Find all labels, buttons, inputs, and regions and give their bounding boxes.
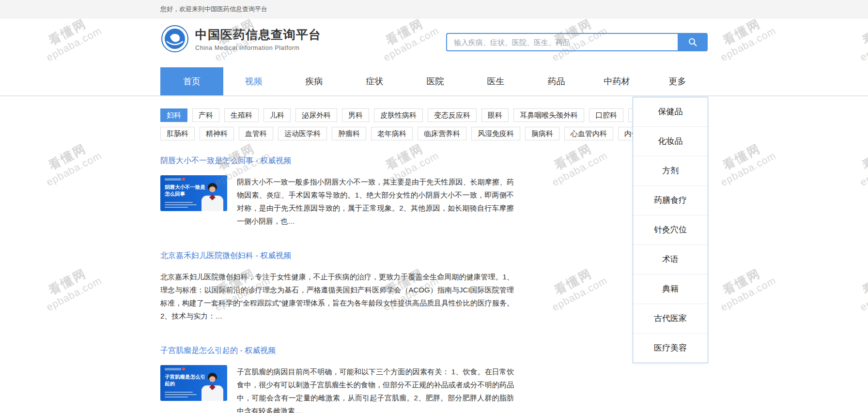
brand-text: 中国医药信息查询平台 China Medical Information Pla… — [195, 27, 321, 51]
dropdown-item[interactable]: 保健品 — [633, 97, 708, 126]
more-dropdown-menu: 保健品化妆品方剂药膳食疗针灸穴位术语典籍古代医家医疗美容 — [633, 97, 708, 363]
dropdown-item[interactable]: 化妆品 — [633, 126, 708, 156]
category-tag[interactable]: 肛肠科 — [160, 127, 195, 140]
category-tag[interactable]: 肿瘤科 — [332, 127, 366, 140]
search-bar — [446, 33, 708, 51]
category-tag[interactable]: 儿科 — [264, 108, 291, 122]
nav-item-symptom[interactable]: 症状 — [344, 67, 405, 95]
video-description: 阴唇大小不一致一般多指小阴唇大小不一致，其主要是由于先天性原因、长期摩擦、药物因… — [237, 175, 514, 228]
doctor-figure — [200, 182, 224, 211]
video-item: 北京嘉禾妇儿医院微创妇科 - 权威视频北京嘉禾妇儿医院微创妇科，专注于女性健康，… — [160, 251, 514, 322]
greeting-text: 您好，欢迎来到中国医药信息查询平台 — [160, 5, 267, 13]
dropdown-item[interactable]: 典籍 — [633, 274, 708, 304]
category-tag[interactable]: 口腔科 — [589, 108, 623, 122]
nav-item-home[interactable]: 首页 — [160, 67, 223, 95]
search-input[interactable] — [446, 33, 678, 51]
category-tag[interactable]: 精神科 — [200, 127, 234, 140]
category-tag[interactable]: 泌尿外科 — [295, 108, 337, 122]
thumb-caption-lines — [165, 390, 197, 398]
brand[interactable]: 中国医药信息查询平台 China Medical Information Pla… — [161, 25, 321, 52]
nav-item-herb[interactable]: 中药材 — [587, 67, 647, 95]
main-content: 妇科产科生殖科儿科泌尿外科男科皮肤性病科变态反应科眼科耳鼻咽喉头颈外科口腔科消化… — [0, 96, 868, 413]
nav-item-disease[interactable]: 疾病 — [284, 67, 344, 95]
category-tag[interactable]: 男科 — [342, 108, 369, 122]
video-body: 子宫肌瘤是怎么引起的子宫肌瘤的病因目前尚不明确，可能和以下三个方面的因素有关： … — [160, 365, 514, 413]
nav-item-hospital[interactable]: 医院 — [405, 67, 465, 95]
site-subtitle: China Medical Information Platform — [195, 45, 321, 51]
category-tag[interactable]: 心血管内科 — [564, 127, 613, 140]
category-tag[interactable]: 运动医学科 — [278, 127, 327, 140]
video-description: 子宫肌瘤的病因目前尚不明确，可能和以下三个方面的因素有关： 1、饮食。在日常饮食… — [237, 365, 514, 413]
dropdown-item[interactable]: 方剂 — [633, 156, 708, 185]
category-row-1: 妇科产科生殖科儿科泌尿外科男科皮肤性病科变态反应科眼科耳鼻咽喉头颈外科口腔科消化… — [160, 108, 868, 122]
nav-item-more[interactable]: 更多 — [647, 67, 708, 95]
video-item: 子宫肌瘤是怎么引起的 - 权威视频子宫肌瘤是怎么引起的子宫肌瘤的病因目前尚不明确… — [160, 346, 514, 413]
video-body: 北京嘉禾妇儿医院微创妇科，专注于女性健康，不止于疾病的治疗，更致力于覆盖全生命周… — [160, 270, 514, 322]
category-tag[interactable]: 变态反应科 — [428, 108, 477, 122]
video-body: 阴唇大小不一致是怎么回事阴唇大小不一致一般多指小阴唇大小不一致，其主要是由于先天… — [160, 175, 514, 228]
video-item: 阴唇大小不一致是怎么回事 - 权威视频阴唇大小不一致是怎么回事阴唇大小不一致一般… — [160, 156, 514, 228]
video-title-link[interactable]: 北京嘉禾妇儿医院微创妇科 - 权威视频 — [160, 251, 514, 261]
category-tag[interactable]: 眼科 — [481, 108, 509, 122]
category-row-2: 肛肠科精神科血管科运动医学科肿瘤科老年病科临床营养科风湿免疫科脑病科心血管内科内… — [160, 127, 868, 140]
category-tag[interactable]: 风湿免疫科 — [471, 127, 520, 140]
topbar: 您好，欢迎来到中国医药信息查询平台 — [0, 0, 868, 18]
category-tag[interactable]: 耳鼻咽喉头颈外科 — [513, 108, 584, 122]
video-thumbnail[interactable]: 阴唇大小不一致是怎么回事 — [160, 175, 227, 211]
category-tag[interactable]: 老年病科 — [371, 127, 413, 140]
category-tag[interactable]: 临床营养科 — [418, 127, 466, 140]
category-tag[interactable]: 血管科 — [239, 127, 273, 140]
thumb-caption-lines — [165, 200, 197, 208]
category-tag[interactable]: 产科 — [192, 108, 219, 122]
header: 中国医药信息查询平台 China Medical Information Pla… — [0, 18, 868, 67]
site-title: 中国医药信息查询平台 — [195, 27, 321, 43]
doctor-face — [209, 376, 216, 382]
doctor-face — [209, 186, 216, 192]
dropdown-item[interactable]: 医疗美容 — [633, 333, 708, 363]
nav-item-drug[interactable]: 药品 — [526, 67, 587, 95]
dropdown-item[interactable]: 古代医家 — [633, 304, 708, 333]
main-nav: 首页视频疾病症状医院医生药品中药材更多 — [0, 67, 868, 96]
search-icon — [688, 37, 698, 47]
nav-item-video[interactable]: 视频 — [223, 67, 284, 95]
dropdown-item[interactable]: 术语 — [633, 245, 708, 274]
search-button[interactable] — [678, 33, 708, 51]
site-logo-icon — [161, 25, 188, 52]
category-tag[interactable]: 皮肤性病科 — [374, 108, 423, 122]
thumb-brand-mark — [165, 178, 181, 181]
category-tag[interactable]: 妇科 — [160, 108, 187, 122]
thumb-brand-mark — [165, 368, 181, 370]
dropdown-item[interactable]: 针灸穴位 — [633, 215, 708, 245]
dropdown-item[interactable]: 药膳食疗 — [633, 185, 708, 215]
nav-item-doctor[interactable]: 医生 — [465, 67, 526, 95]
video-thumbnail[interactable]: 子宫肌瘤是怎么引起的 — [160, 365, 227, 401]
doctor-figure — [200, 372, 224, 401]
video-title-link[interactable]: 子宫肌瘤是怎么引起的 - 权威视频 — [160, 346, 514, 356]
video-description: 北京嘉禾妇儿医院微创妇科，专注于女性健康，不止于疾病的治疗，更致力于覆盖全生命周… — [160, 270, 514, 322]
video-list: 阴唇大小不一致是怎么回事 - 权威视频阴唇大小不一致是怎么回事阴唇大小不一致一般… — [160, 156, 514, 413]
category-tag[interactable]: 生殖科 — [224, 108, 259, 122]
video-title-link[interactable]: 阴唇大小不一致是怎么回事 - 权威视频 — [160, 156, 514, 166]
category-tag[interactable]: 脑病科 — [525, 127, 559, 140]
